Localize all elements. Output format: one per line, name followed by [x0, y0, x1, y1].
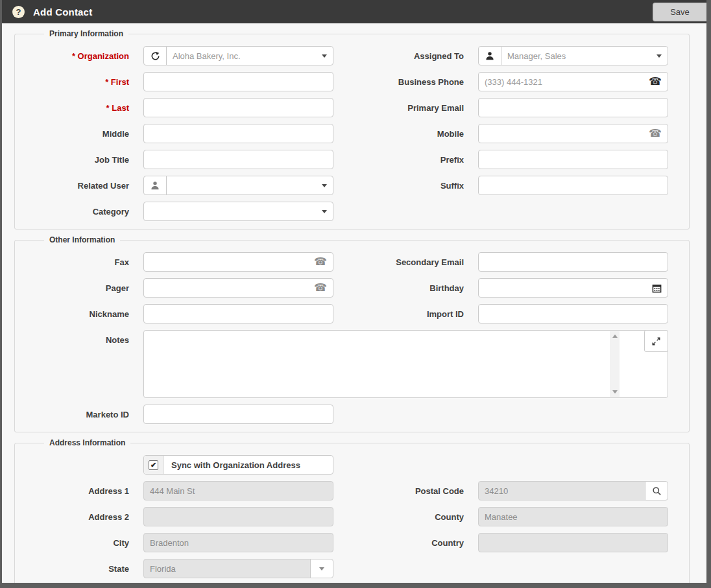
address2-label: Address 2	[15, 512, 129, 522]
suffix-label: Suffix	[348, 181, 464, 191]
section-primary-information: Primary Information * Organization Aloha…	[14, 29, 690, 229]
county-input: Manatee	[478, 507, 668, 526]
form-row: * First Business Phone (333) 444-1321 ☎	[15, 72, 668, 91]
calendar-icon	[652, 283, 662, 293]
country-label: Country	[348, 538, 464, 548]
address2-input	[143, 507, 333, 526]
marketo-id-input[interactable]	[143, 405, 333, 424]
middle-name-input[interactable]	[143, 124, 333, 143]
address1-input: 444 Main St	[143, 481, 333, 500]
assigned-to-select[interactable]: Manager, Sales	[478, 46, 668, 65]
city-input: Bradenton	[143, 533, 333, 552]
suffix-input[interactable]	[478, 176, 668, 195]
chevron-down-icon	[322, 54, 327, 58]
address1-value: 444 Main St	[150, 486, 195, 496]
postal-code-label: Postal Code	[348, 486, 464, 496]
nickname-label: Nickname	[15, 309, 129, 319]
related-user-label: Related User	[15, 181, 129, 191]
fax-input[interactable]: ☎	[143, 252, 333, 272]
telephone-icon: ☎	[314, 257, 327, 267]
first-name-input[interactable]	[143, 72, 333, 91]
pager-input[interactable]: ☎	[143, 278, 333, 298]
form-row: Related User Suffix	[15, 176, 668, 195]
save-button[interactable]: Save	[653, 3, 706, 21]
birthday-label: Birthday	[348, 283, 464, 293]
checkmark-icon: ✔	[151, 461, 156, 469]
scroll-up-icon[interactable]	[612, 335, 618, 338]
scroll-down-icon[interactable]	[612, 390, 618, 394]
form-row: State Florida	[15, 559, 668, 578]
telephone-icon: ☎	[314, 283, 327, 293]
notes-scrollbar[interactable]	[610, 331, 620, 397]
chevron-down-icon	[319, 567, 324, 570]
fax-label: Fax	[15, 257, 129, 267]
form-row: Address 1 444 Main St Postal Code 34210	[15, 481, 668, 500]
notes-textarea[interactable]	[143, 330, 668, 398]
job-title-input[interactable]	[143, 150, 333, 169]
pager-label: Pager	[15, 283, 129, 293]
sync-with-organization-address[interactable]: ✔ Sync with Organization Address	[143, 455, 333, 475]
notes-expand-button[interactable]	[644, 330, 668, 352]
postal-code-input: 34210	[478, 481, 645, 500]
form-row: Job Title Prefix	[15, 150, 668, 169]
related-user-button[interactable]	[143, 176, 167, 195]
primary-email-input[interactable]	[478, 98, 668, 117]
postal-code-search-button[interactable]	[645, 481, 668, 500]
country-input	[478, 533, 668, 552]
birthday-input[interactable]	[478, 278, 668, 298]
import-id-input[interactable]	[478, 304, 668, 323]
person-icon	[151, 181, 160, 190]
sync-label: Sync with Organization Address	[163, 456, 300, 474]
section-other-information: Other Information Fax ☎ Secondary Email …	[14, 235, 690, 432]
address1-label: Address 1	[15, 486, 129, 496]
section-legend: Other Information	[44, 235, 120, 244]
nickname-input[interactable]	[143, 304, 333, 323]
last-name-label: * Last	[15, 103, 129, 113]
business-phone-input[interactable]: (333) 444-1321 ☎	[478, 72, 668, 91]
notes-label: Notes	[15, 330, 129, 345]
last-name-input[interactable]	[143, 98, 333, 117]
county-label: County	[348, 512, 464, 522]
chevron-down-icon	[322, 210, 327, 213]
secondary-email-input[interactable]	[478, 252, 668, 272]
page-title: Add Contact	[33, 6, 92, 18]
postal-code-group: 34210	[478, 481, 668, 500]
form-row: * Organization Aloha Bakery, Inc. Assign…	[15, 46, 668, 65]
secondary-email-label: Secondary Email	[348, 257, 464, 267]
related-user-select[interactable]	[143, 176, 333, 195]
organization-value-field[interactable]: Aloha Bakery, Inc.	[166, 46, 333, 65]
sync-checkbox-cell[interactable]: ✔	[144, 456, 163, 474]
help-icon[interactable]: ?	[12, 6, 25, 18]
section-legend: Address Information	[44, 438, 130, 447]
form-row: Middle Mobile ☎	[15, 124, 668, 143]
assigned-to-value: Manager, Sales	[507, 51, 566, 61]
category-select[interactable]	[143, 202, 333, 221]
job-title-label: Job Title	[15, 155, 129, 165]
mobile-input[interactable]: ☎	[478, 124, 668, 143]
form-row: Address 2 County Manatee	[15, 507, 668, 526]
category-label: Category	[15, 207, 129, 217]
open-external-icon	[151, 51, 160, 61]
form-row: * Last Primary Email	[15, 98, 668, 117]
organization-label: * Organization	[15, 51, 129, 61]
assigned-to-label: Assigned To	[348, 51, 464, 61]
city-value: Bradenton	[150, 538, 189, 548]
open-organization-button[interactable]	[143, 46, 167, 65]
person-icon	[485, 51, 494, 60]
related-user-value-field[interactable]	[166, 176, 333, 195]
title-bar: ? Add Contact Save	[2, 0, 706, 23]
section-legend: Primary Information	[44, 29, 128, 38]
state-dropdown-button	[310, 559, 333, 578]
sync-checkbox[interactable]: ✔	[149, 460, 158, 470]
state-input: Florida	[143, 559, 311, 578]
assigned-to-value-field[interactable]: Manager, Sales	[501, 46, 668, 65]
organization-select[interactable]: Aloha Bakery, Inc.	[143, 46, 333, 65]
state-value: Florida	[150, 564, 176, 574]
state-label: State	[15, 564, 129, 574]
assigned-to-user-button[interactable]	[478, 46, 501, 65]
prefix-input[interactable]	[478, 150, 668, 169]
form-row: ✔ Sync with Organization Address	[15, 455, 668, 475]
form-row: Fax ☎ Secondary Email	[15, 252, 668, 272]
form-row: Marketo ID	[15, 405, 668, 424]
state-select: Florida	[143, 559, 333, 578]
